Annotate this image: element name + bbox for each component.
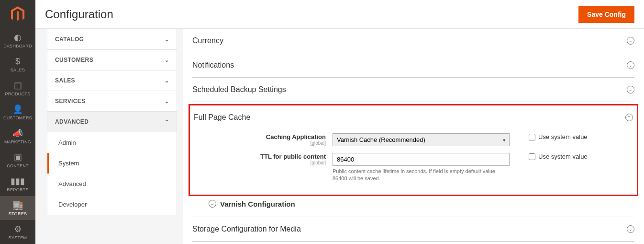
nav-products[interactable]: ◫ Products: [0, 76, 35, 100]
ttl-input[interactable]: [333, 153, 510, 166]
config-sidebar: Catalog ⌄ Customers ⌄ Sales ⌄: [35, 29, 183, 244]
section-title: Scheduled Backup Settings: [192, 85, 286, 94]
section-title: Notifications: [192, 61, 234, 70]
sidebar-group-services[interactable]: Services ⌄: [47, 91, 177, 111]
collapse-icon: ⌃: [625, 114, 633, 121]
magento-icon: [11, 6, 25, 23]
settings-panel: Currency ⌄ Notifications ⌄ Scheduled Bac…: [183, 29, 644, 244]
chevron-down-icon: ⌄: [165, 98, 169, 105]
sidebar-item-system[interactable]: System: [47, 153, 177, 174]
dollar-icon: $: [15, 57, 20, 66]
caching-application-select[interactable]: Varnish Cache (Recommended): [333, 133, 510, 146]
chevron-up-icon: ⌃: [165, 119, 169, 125]
expand-icon: ⌄: [627, 61, 634, 69]
varnish-config-subsection[interactable]: ⌄ Varnish Configuration: [192, 200, 634, 208]
ttl-use-system[interactable]: Use system value: [529, 153, 588, 160]
cube-icon: ◫: [14, 81, 22, 90]
expand-icon: ⌄: [209, 200, 216, 208]
section-title: Storage Configuration for Media: [192, 225, 301, 233]
nav-stores[interactable]: 🏬 Stores: [0, 196, 35, 220]
sidebar-group-advanced[interactable]: Advanced ⌃: [47, 112, 177, 132]
section-currency[interactable]: Currency ⌄: [192, 29, 634, 53]
section-backup[interactable]: Scheduled Backup Settings ⌄: [192, 78, 634, 102]
ttl-label: TTL for public content [global]: [194, 153, 333, 165]
subsection-title: Varnish Configuration: [220, 200, 295, 208]
sidebar-item-admin[interactable]: Admin: [47, 132, 177, 153]
caching-app-use-system[interactable]: Use system value: [529, 133, 588, 140]
megaphone-icon: 📣: [12, 129, 23, 138]
chevron-down-icon: ⌄: [165, 36, 169, 43]
nav-content[interactable]: ▣ Content: [0, 148, 35, 172]
sidebar-item-developer[interactable]: Developer: [47, 194, 177, 215]
fpc-highlight: Full Page Cache ⌃ Caching Application [g…: [189, 104, 638, 196]
caching-app-label: Caching Application [global]: [194, 133, 333, 146]
nav-dashboard[interactable]: ◐ Dashboard: [0, 28, 35, 52]
caching-app-use-system-checkbox[interactable]: [529, 134, 535, 140]
sidebar-group-sales[interactable]: Sales ⌄: [47, 70, 177, 91]
ttl-help: Public content cache lifetime in seconds…: [333, 168, 510, 182]
section-title: Full Page Cache: [194, 113, 250, 122]
section-notifications[interactable]: Notifications ⌄: [192, 53, 634, 77]
sidebar-group-label: Sales: [55, 77, 75, 84]
gear-icon: ⚙: [14, 225, 22, 233]
storefront-icon: 🏬: [12, 201, 23, 209]
chevron-down-icon: ⌄: [165, 57, 169, 63]
magento-logo[interactable]: [0, 0, 35, 28]
sidebar-item-advanced[interactable]: Advanced: [47, 174, 177, 194]
section-full-page-cache[interactable]: Full Page Cache ⌃: [194, 108, 633, 128]
person-icon: 👤: [12, 105, 23, 114]
gauge-icon: ◐: [14, 33, 22, 42]
bars-icon: ▮▮▮: [11, 177, 25, 186]
nav-sales[interactable]: $ Sales: [0, 52, 35, 76]
expand-icon: ⌄: [627, 37, 634, 45]
nav-system[interactable]: ⚙ System: [0, 220, 35, 244]
sidebar-group-label: Advanced: [55, 118, 89, 125]
section-storage-media[interactable]: Storage Configuration for Media ⌄: [192, 217, 634, 241]
sidebar-group-label: Customers: [55, 57, 93, 63]
admin-nav: ◐ Dashboard $ Sales ◫ Products 👤 Custome…: [0, 0, 35, 244]
section-title: Currency: [192, 36, 223, 45]
sidebar-group-catalog[interactable]: Catalog ⌄: [47, 29, 177, 49]
sidebar-group-label: Services: [55, 98, 86, 105]
sidebar-group-customers[interactable]: Customers ⌄: [47, 50, 177, 70]
expand-icon: ⌄: [627, 225, 634, 233]
layout-icon: ▣: [14, 153, 22, 162]
page-title: Configuration: [45, 8, 113, 21]
nav-reports[interactable]: ▮▮▮ Reports: [0, 172, 35, 196]
expand-icon: ⌄: [627, 86, 634, 93]
sidebar-group-label: Catalog: [55, 36, 84, 43]
nav-marketing[interactable]: 📣 Marketing: [0, 124, 35, 148]
chevron-down-icon: ⌄: [165, 78, 169, 84]
nav-customers[interactable]: 👤 Customers: [0, 100, 35, 124]
save-config-button[interactable]: Save Config: [578, 6, 634, 23]
ttl-use-system-checkbox[interactable]: [529, 153, 535, 160]
page-header: Configuration Save Config: [35, 0, 644, 29]
